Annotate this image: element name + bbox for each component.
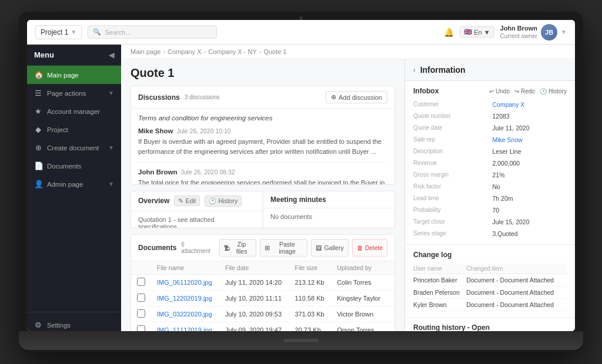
sidebar-collapse-icon[interactable]: ◀ bbox=[109, 51, 114, 59]
app-container: Menu ◀ 🏠 Main page ☰ Page actions ▼ ★ bbox=[27, 45, 575, 331]
screen: Project 1 ▼ 🔍 Search... 🔔 🇬🇧 En ▼ John B… bbox=[27, 20, 575, 331]
laptop: Project 1 ▼ 🔍 Search... 🔔 🇬🇧 En ▼ John B… bbox=[19, 12, 583, 352]
gear-icon: ⚙ bbox=[34, 321, 42, 329]
add-discussion-button[interactable]: ⊕ Add discussion bbox=[326, 91, 387, 103]
sidebar-header: Menu ◀ bbox=[27, 45, 121, 66]
message-author: John Brown bbox=[138, 168, 177, 176]
doc-checkbox[interactable] bbox=[137, 294, 145, 302]
topbar-right: 🔔 🇬🇧 En ▼ John Brown Current owner JB ▼ bbox=[444, 24, 567, 41]
doc-link[interactable]: IMG_11112019.jpg bbox=[157, 326, 212, 331]
doc-date-cell: July 10, 2020 09:53 bbox=[219, 306, 289, 322]
history-button[interactable]: 🕐 History bbox=[540, 88, 567, 95]
breadcrumb-item[interactable]: Company X bbox=[168, 48, 201, 55]
redo-label: Redo bbox=[521, 88, 535, 95]
history-button[interactable]: 🕐 History bbox=[205, 196, 242, 207]
doc-link[interactable]: IMG_03222020.jpg bbox=[157, 311, 212, 318]
target-close-value: Jule 15, 2020 bbox=[493, 217, 567, 227]
project-selector[interactable]: Project 1 ▼ bbox=[35, 25, 82, 39]
undo-icon: ↩ bbox=[489, 88, 494, 95]
doc-size-cell: 110.58 Kb bbox=[289, 291, 331, 306]
overview-title: Overview bbox=[138, 197, 169, 205]
chevron-down-icon: ▼ bbox=[108, 144, 114, 151]
sidebar-item-documents[interactable]: 📄 Documents bbox=[27, 157, 121, 175]
infobox-actions: ↩ Undo ↪ Redo 🕐 History bbox=[489, 88, 567, 95]
changelog-item: Document - Document Attached bbox=[466, 299, 567, 311]
probability-value: 70 bbox=[493, 205, 567, 215]
doc-link[interactable]: IMG_06112020.jpg bbox=[157, 279, 212, 286]
gallery-icon: 🖼 bbox=[316, 244, 322, 251]
user-button[interactable]: John Brown Current owner JB ▼ bbox=[500, 24, 567, 41]
doc-name-cell: IMG_06112020.jpg bbox=[151, 275, 219, 291]
flag-icon: 🇬🇧 bbox=[464, 28, 472, 36]
main-content: Main page › Company X › Company X - NY ›… bbox=[121, 45, 575, 331]
sidebar-item-admin-page[interactable]: 👤 Admin page ▼ bbox=[27, 175, 121, 193]
paste-image-button[interactable]: ⊞ Paste image bbox=[260, 239, 308, 257]
lang-selector[interactable]: 🇬🇧 En ▼ bbox=[460, 26, 494, 38]
message-2: John Brown Jule 26, 2020 08:32 The total… bbox=[138, 168, 387, 185]
page-title: Quote 1 bbox=[131, 66, 395, 80]
sidebar-item-settings[interactable]: ⚙ Settings bbox=[27, 316, 121, 331]
undo-button[interactable]: ↩ Undo bbox=[489, 88, 510, 95]
zip-label: Zip files bbox=[232, 241, 252, 255]
doc-checkbox[interactable] bbox=[137, 309, 145, 318]
search-bar[interactable]: 🔍 Search... bbox=[88, 25, 217, 39]
edit-icon: ✎ bbox=[178, 197, 183, 204]
left-panel: Quote 1 Discussions 3 discussions ⊕ bbox=[121, 59, 404, 331]
doc-link[interactable]: IMG_12202019.jpg bbox=[157, 295, 212, 302]
breadcrumb-item[interactable]: Company X - NY bbox=[208, 48, 257, 55]
changelog-item-col: Changed item bbox=[466, 264, 567, 274]
camera bbox=[299, 16, 303, 20]
gallery-button[interactable]: 🖼 Gallery bbox=[311, 239, 348, 257]
changelog-item: Document - Document Attached bbox=[466, 287, 567, 299]
customer-value[interactable]: Company X bbox=[493, 100, 567, 109]
breadcrumb: Main page › Company X › Company X - NY ›… bbox=[121, 45, 575, 59]
star-icon: ★ bbox=[34, 107, 42, 116]
discussions-header: Discussions 3 discussions ⊕ Add discussi… bbox=[131, 86, 394, 109]
home-icon: 🏠 bbox=[34, 70, 42, 79]
message-date: Jule 26, 2020 08:32 bbox=[180, 168, 235, 176]
probability-label: Probability bbox=[413, 205, 488, 215]
discussions-header-left: Discussions 3 discussions bbox=[138, 93, 220, 102]
doc-checkbox[interactable] bbox=[137, 278, 145, 286]
sidebar-item-label: Project bbox=[47, 126, 68, 133]
sidebar-item-label: Account manager bbox=[47, 108, 100, 115]
quote-number-label: Quote number bbox=[413, 112, 488, 121]
bell-icon[interactable]: 🔔 bbox=[444, 28, 454, 37]
sidebar-item-label: Page actions bbox=[47, 90, 86, 97]
chevron-right-icon: › bbox=[413, 66, 416, 73]
breadcrumb-item[interactable]: Quote 1 bbox=[263, 48, 286, 55]
zip-button[interactable]: 🗜 Zip files bbox=[219, 239, 256, 257]
doc-checkbox[interactable] bbox=[137, 325, 145, 331]
sale-rep-value[interactable]: Mike Snow bbox=[493, 135, 567, 144]
discussions-section: Discussions 3 discussions ⊕ Add discussi… bbox=[131, 86, 395, 185]
info-grid: Customer Company X Quote number 12083 Qu… bbox=[413, 100, 567, 238]
sidebar-item-project[interactable]: ◆ Project bbox=[27, 120, 121, 139]
breadcrumb-item[interactable]: Main page bbox=[131, 48, 160, 55]
table-row: IMG_11112019.jpg July 09, 2020 19:47 20.… bbox=[131, 322, 394, 331]
user-info: John Brown Current owner bbox=[500, 24, 538, 40]
paste-label: Paste image bbox=[272, 241, 303, 255]
description-label: Description bbox=[413, 147, 488, 156]
history-label: History bbox=[218, 197, 238, 204]
uploader-col: Uploaded by bbox=[331, 261, 394, 275]
sidebar-item-create-document[interactable]: ⊕ Create document ▼ bbox=[27, 139, 121, 157]
redo-button[interactable]: ↪ Redo bbox=[514, 88, 535, 95]
sidebar-item-page-actions[interactable]: ☰ Page actions ▼ bbox=[27, 84, 121, 102]
delete-label: Delete bbox=[365, 244, 383, 251]
lang-label: En bbox=[474, 29, 481, 36]
table-row: IMG_12202019.jpg July 10, 2020 11:11 110… bbox=[131, 291, 394, 306]
doc-date-cell: July 09, 2020 19:47 bbox=[219, 322, 289, 331]
zip-icon: 🗜 bbox=[224, 244, 230, 251]
trash-icon: 🗑 bbox=[357, 244, 363, 251]
infobox-section: Infobox ↩ Undo ↪ Redo bbox=[405, 81, 575, 245]
sidebar-footer: ⚙ Settings ↪ Log out bbox=[27, 312, 121, 331]
lead-time-value: 7h 20m bbox=[493, 194, 567, 203]
edit-button[interactable]: ✎ Edit bbox=[174, 196, 200, 206]
doc-icon: 📄 bbox=[34, 161, 42, 170]
delete-button[interactable]: 🗑 Delete bbox=[352, 239, 387, 257]
sidebar-item-account-manager[interactable]: ★ Account manager bbox=[27, 102, 121, 120]
sidebar-item-main-page[interactable]: 🏠 Main page bbox=[27, 66, 121, 84]
edit-label: Edit bbox=[185, 197, 196, 204]
changelog-row: Princeton Baker Document - Document Atta… bbox=[413, 274, 567, 287]
doc-uploader-cell: Victor Brown bbox=[331, 306, 394, 322]
